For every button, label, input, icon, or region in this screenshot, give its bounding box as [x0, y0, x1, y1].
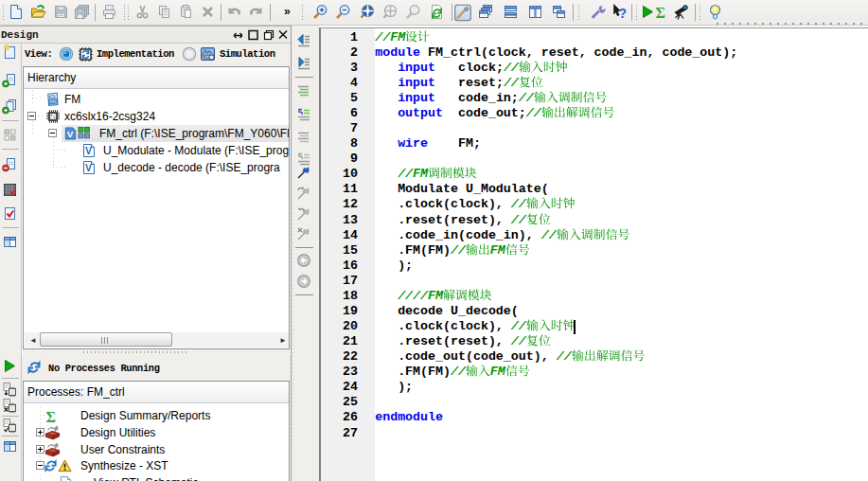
- svg-text:?: ?: [619, 6, 628, 20]
- svg-text:V: V: [85, 145, 92, 156]
- svg-text:Σ: Σ: [46, 409, 56, 424]
- svg-text:V: V: [67, 129, 74, 139]
- svg-text:»: »: [284, 5, 291, 18]
- svg-text:Σ: Σ: [656, 5, 665, 21]
- svg-text:V: V: [85, 162, 92, 173]
